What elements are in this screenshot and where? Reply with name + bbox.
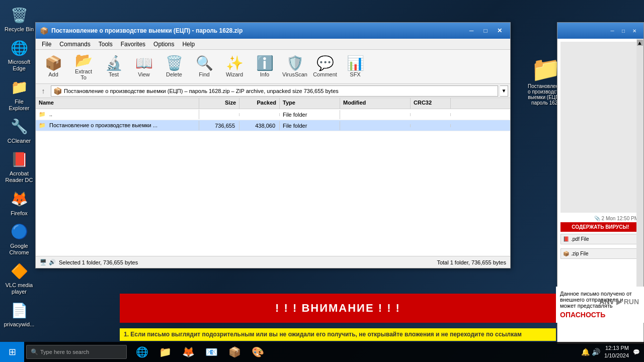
desktop-icon-chrome[interactable]: 🔵 Google Chrome [4, 222, 34, 256]
folder-up-icon: 📁 [39, 111, 46, 117]
scroll-up-button[interactable]: ▲ [637, 40, 643, 46]
toolbar-comment-button[interactable]: 💬 Comment [310, 52, 340, 82]
file-explorer-icon: 📁 [9, 77, 29, 98]
vlc-icon: 🔶 [9, 261, 29, 281]
virusscan-icon: 🛡️ [286, 56, 304, 70]
desktop-icon-recycle-bin[interactable]: 🗑️ Recycle Bin [4, 5, 34, 33]
winrar-titlebar: 📦 Постановление о производстве выемки (Е… [36, 23, 510, 39]
maximize-button[interactable]: □ [479, 25, 492, 36]
toolbar-find-button[interactable]: 🔍 Find [190, 52, 219, 82]
status-total-text: Total 1 folder, 736,655 bytes [437, 259, 506, 265]
attachment-clip-icon: 📎 [594, 216, 600, 221]
toolbar-virusscan-button[interactable]: 🛡️ VirusScan [280, 52, 309, 82]
minimize-button[interactable]: ─ [465, 25, 478, 36]
email-close-button[interactable]: ✕ [629, 26, 639, 35]
search-icon: 🔍 [31, 348, 38, 355]
menu-options[interactable]: Options [149, 40, 178, 49]
anv-run-logo: ANV ▶ RUN [599, 296, 639, 307]
ccleaner-label: CCleaner [8, 138, 31, 144]
warning-main-text: ! ! ! ВНИМАНИЕ ! ! ! [275, 302, 400, 314]
menu-commands[interactable]: Commands [55, 40, 94, 49]
taskbar-clock: 12:13 PM 1/10/2024 [604, 344, 629, 360]
file-packed [239, 113, 280, 116]
desktop-icon-file-explorer[interactable]: 📁 File Explorer [4, 77, 34, 112]
path-icon: 📦 [53, 87, 62, 95]
taskbar-app-colorful[interactable]: 🎨 [247, 342, 269, 362]
status-icon-2: 🔊 [49, 259, 56, 265]
zip-attachment[interactable]: 📦 .zip File [560, 248, 640, 259]
email-content-area [560, 42, 640, 213]
col-modified-header[interactable]: Modified [340, 98, 411, 109]
file-name: 📁 Постановление о производстве выемки ..… [36, 121, 199, 130]
menu-file[interactable]: File [38, 40, 55, 49]
taskbar-app-winrar[interactable]: 📦 [223, 342, 246, 362]
desktop-icon-ccleaner[interactable]: 🔧 CCleaner [4, 117, 34, 144]
start-button[interactable]: ⊞ [0, 342, 24, 362]
taskbar-search-box[interactable]: 🔍 [26, 345, 127, 359]
edge-label: Microsoft Edge [4, 59, 34, 72]
taskbar-time-display: 12:13 PM [604, 344, 629, 352]
desktop-icon-firefox[interactable]: 🦊 Firefox [4, 189, 34, 217]
col-type-header[interactable]: Type [280, 98, 340, 109]
file-modified [340, 124, 411, 127]
desktop-icon-vlc[interactable]: 🔶 VLC media player [4, 261, 34, 295]
toolbar-info-button[interactable]: ℹ️ Info [250, 52, 279, 82]
view-icon: 📖 [135, 56, 153, 70]
toolbar-wizard-button[interactable]: ✨ Wizard [220, 52, 249, 82]
search-input[interactable] [40, 349, 121, 355]
winrar-menubar: File Commands Tools Favorites Options He… [36, 39, 510, 50]
file-modified [340, 113, 411, 116]
col-name-header[interactable]: Name [36, 98, 199, 109]
menu-help[interactable]: Help [178, 40, 199, 49]
file-list-header: Name Size Packed Type Modified CRC32 [36, 98, 510, 109]
file-size [199, 113, 239, 116]
recycle-bin-icon: 🗑️ [9, 5, 29, 25]
toolbar-extract-button[interactable]: 📂 Extract To [69, 52, 98, 82]
menu-favorites[interactable]: Favorites [117, 40, 149, 49]
file-explorer-label: File Explorer [4, 99, 34, 112]
yellow-warning-text: 1. Если письмо выглядит подозрительным и… [120, 328, 556, 341]
taskbar-date-display: 1/10/2024 [604, 352, 629, 359]
taskbar-app-edge[interactable]: 🌐 [131, 342, 153, 362]
col-size-header[interactable]: Size [199, 98, 239, 109]
winrar-statusbar: 🖥️ 🔊 Selected 1 folder, 736,655 bytes To… [36, 256, 510, 268]
status-selected-text: Selected 1 folder, 736,655 bytes [59, 259, 138, 265]
info-label: Info [260, 71, 269, 77]
windows-logo-icon: ⊞ [9, 346, 16, 357]
toolbar-sfx-button[interactable]: 📊 SFX [341, 52, 370, 82]
email-scrollbar[interactable]: ▲ ▼ [636, 39, 643, 303]
winrar-window-controls: ─ □ ✕ [465, 25, 506, 36]
col-packed-header[interactable]: Packed [239, 98, 280, 109]
chrome-label: Google Chrome [4, 243, 34, 256]
email-maximize-button[interactable]: □ [618, 26, 628, 35]
privacywidget-icon: 📄 [9, 300, 29, 320]
email-minimize-button[interactable]: ─ [607, 26, 617, 35]
pdf-attachment[interactable]: 📕 .pdf File [560, 234, 640, 244]
firefox-icon: 🦊 [9, 189, 29, 209]
file-type: File folder [280, 121, 340, 130]
desktop-icon-acrobat[interactable]: 📕 Acrobat Reader DC [4, 149, 34, 184]
table-row[interactable]: 📁 .. File folder [36, 109, 510, 120]
toolbar-view-button[interactable]: 📖 View [129, 52, 158, 82]
col-crc-header[interactable]: CRC32 [411, 98, 451, 109]
close-button[interactable]: ✕ [493, 25, 506, 36]
table-row[interactable]: 📁 Постановление о производстве выемки ..… [36, 120, 510, 131]
toolbar-test-button[interactable]: 🔬 Test [99, 52, 128, 82]
desktop-icon-privacywidget[interactable]: 📄 privacywid... [4, 300, 34, 328]
navigate-up-button[interactable]: ↑ [38, 85, 49, 97]
status-icons: 🖥️ 🔊 [40, 259, 56, 265]
toolbar-delete-button[interactable]: 🗑️ Delete [159, 52, 189, 82]
desktop-icon-edge[interactable]: 🌐 Microsoft Edge [4, 38, 34, 72]
file-packed: 438,060 [239, 121, 280, 130]
addressbar-dropdown-button[interactable]: ▼ [500, 85, 508, 97]
vlc-label: VLC media player [4, 282, 34, 295]
test-label: Test [109, 71, 119, 77]
menu-tools[interactable]: Tools [95, 40, 117, 49]
taskbar-icons: 🔔 🔊 [581, 348, 600, 356]
find-label: Find [199, 71, 209, 77]
taskbar-app-firefox[interactable]: 🦊 [177, 342, 199, 362]
toolbar-add-button[interactable]: 📦 Add [39, 52, 68, 82]
notification-icon[interactable]: 💬 [633, 349, 640, 355]
taskbar-app-outlook[interactable]: 📧 [200, 342, 222, 362]
taskbar-app-explorer[interactable]: 📁 [154, 342, 176, 362]
